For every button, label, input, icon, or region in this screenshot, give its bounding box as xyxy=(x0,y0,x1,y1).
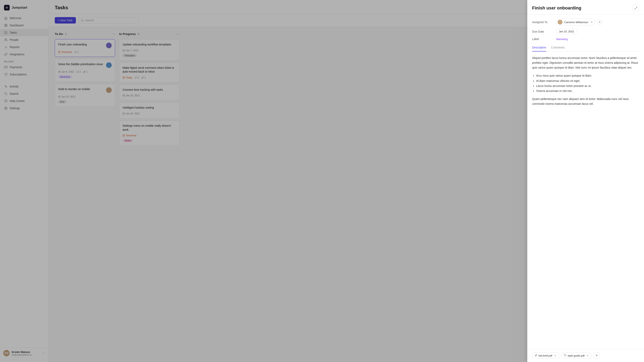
label-row: Label Marketing xyxy=(532,37,639,41)
detail-panel: ✕ Finish user onboarding Assigned To Cam… xyxy=(527,0,644,362)
panel-title: Finish user onboarding xyxy=(532,5,581,11)
panel-tabs: Description Comments xyxy=(532,44,639,52)
add-assignee-button[interactable]: + xyxy=(597,19,602,25)
list-item: Lacus luctus accumsan tortor posuere ac … xyxy=(536,83,639,88)
assigned-to-row: Assigned To Cameron Williamson ✕ + xyxy=(532,19,639,25)
add-attachment-button[interactable]: + xyxy=(593,352,600,359)
list-item: Id diam maecenas ultricies mi eget. xyxy=(536,78,639,83)
attachment-name: style-guide.pdf xyxy=(568,354,585,357)
remove-attachment-button[interactable]: ✕ xyxy=(554,354,556,357)
paperclip-icon xyxy=(535,354,537,357)
panel-header-actions xyxy=(633,5,639,11)
assigned-to-label: Assigned To xyxy=(532,20,556,24)
tab-comments[interactable]: Comments xyxy=(551,44,565,51)
description-paragraph-2: Quam pellentesque nec nam aliquam sem et… xyxy=(532,97,639,106)
remove-attachment-button[interactable]: ✕ xyxy=(586,354,589,357)
panel-body: Assigned To Cameron Williamson ✕ + Due D… xyxy=(527,15,644,349)
file-icon xyxy=(564,354,566,357)
assignee-name: Cameron Williamson xyxy=(564,21,588,24)
attachment-chip: full-brief.pdf ✕ xyxy=(532,353,559,359)
remove-assignee-button[interactable]: ✕ xyxy=(591,21,593,23)
label-label: Label xyxy=(532,37,556,41)
expand-panel-button[interactable] xyxy=(633,5,639,11)
panel-header: Finish user onboarding xyxy=(527,0,644,15)
list-item: Arcu risus quis varius quam quisque id d… xyxy=(536,73,639,78)
label-value: Marketing xyxy=(556,38,568,41)
description-paragraph-1: Aliquet porttitor lacus luctus accumsan … xyxy=(532,56,639,70)
assigned-to-value: Cameron Williamson ✕ + xyxy=(556,19,602,25)
attachment-name: full-brief.pdf xyxy=(538,354,552,357)
due-date-label: Due Date xyxy=(532,30,556,33)
due-date-row: Due Date Jan 10, 2022 xyxy=(532,29,639,34)
assignee-avatar xyxy=(558,20,562,24)
list-item: Viverra accumsan in nisl nisi. xyxy=(536,88,639,93)
due-date-chip[interactable]: Jan 10, 2022 xyxy=(556,29,576,34)
attachment-chip: style-guide.pdf ✕ xyxy=(561,353,592,359)
description-list: Arcu risus quis varius quam quisque id d… xyxy=(532,73,639,93)
panel-footer: full-brief.pdf ✕ style-guide.pdf ✕ + xyxy=(527,349,644,362)
label-chip[interactable]: Marketing xyxy=(556,38,568,41)
expand-icon xyxy=(634,7,637,9)
due-date-value: Jan 10, 2022 xyxy=(556,29,576,34)
assignee-chip: Cameron Williamson ✕ xyxy=(556,19,595,25)
tab-description[interactable]: Description xyxy=(532,44,546,51)
